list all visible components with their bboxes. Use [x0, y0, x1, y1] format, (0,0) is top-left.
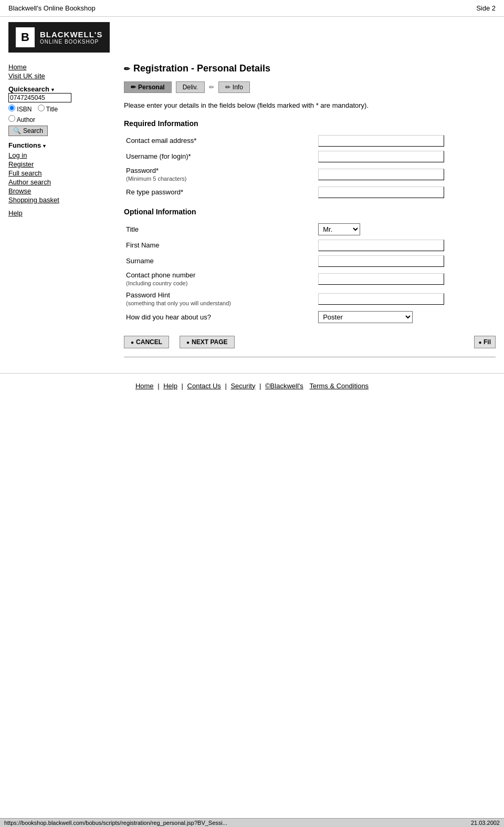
title-label: Title	[124, 221, 316, 237]
phone-field-cell	[316, 269, 496, 289]
optional-section-title: Optional Information	[124, 208, 496, 216]
sidebar-item-help[interactable]: Help	[8, 209, 113, 217]
password-input[interactable]	[318, 169, 444, 180]
surname-field-cell	[316, 253, 496, 269]
tab-personal-icon: ✏	[131, 84, 136, 91]
sidebar-item-browse[interactable]: Browse	[8, 187, 113, 195]
password-field-cell	[316, 164, 496, 184]
top-bar: Blackwell's Online Bookshop Side 2	[0, 0, 504, 17]
required-fields-table: Contact email address* Username (for log…	[124, 133, 496, 200]
search-button[interactable]: 🔍 Search	[8, 126, 48, 136]
functions-section: Functions Log in Register Full search Au…	[8, 141, 113, 204]
hint-label: Password Hint	[126, 291, 170, 299]
search-type-radios: ISBN Title	[8, 105, 113, 113]
functions-label: Functions	[8, 141, 113, 149]
tab-info[interactable]: ✏ Info	[218, 81, 250, 93]
quicksearch-arrow-icon[interactable]	[50, 85, 55, 93]
sidebar-item-authorsearch[interactable]: Author search	[8, 178, 113, 186]
footer-link-contact[interactable]: Contact Us	[187, 382, 221, 390]
email-input[interactable]	[318, 135, 444, 147]
title-select[interactable]: Mr. Mrs. Ms. Dr. Prof.	[318, 223, 360, 235]
footer-link-terms[interactable]: Terms & Conditions	[309, 382, 369, 390]
isbn-radio-label[interactable]: ISBN	[8, 106, 34, 113]
password-hint-input[interactable]	[318, 293, 444, 305]
logo-text: BLACKWELL'S ONLINE BOOKSHOP	[40, 30, 103, 45]
footer-link-security[interactable]: Security	[230, 382, 255, 390]
username-label: Username (for login)*	[124, 149, 316, 164]
surname-label: Surname	[124, 253, 316, 269]
status-date: 21.03.2002	[471, 820, 500, 826]
table-row: Contact email address*	[124, 133, 496, 149]
side-label: Side 2	[476, 4, 496, 12]
search-icon: 🔍	[13, 127, 21, 135]
phone-label: Contact phone number	[126, 271, 195, 279]
sidebar-item-visit[interactable]: Visit UK site	[8, 72, 113, 80]
logo-letter: B	[16, 27, 35, 47]
hint-label-cell: Password Hint (something that only you w…	[124, 289, 316, 309]
nav-section: Home Visit UK site	[8, 63, 113, 80]
tab-delivery[interactable]: Deliv.	[176, 81, 205, 93]
functions-arrow-icon[interactable]	[42, 141, 47, 149]
table-row: How did you hear about us? Poster Intern…	[124, 309, 496, 325]
status-bar: https://bookshop.blackwell.com/bobus/scr…	[0, 818, 504, 827]
tab-personal[interactable]: ✏ Personal	[124, 81, 172, 93]
quicksearch-input[interactable]	[8, 93, 71, 102]
phone-label-cell: Contact phone number (Including country …	[124, 269, 316, 289]
quicksearch-label: Quicksearch	[8, 85, 113, 93]
logo-line1: BLACKWELL'S	[40, 30, 103, 39]
firstname-label: First Name	[124, 237, 316, 253]
footer-link-blackwells[interactable]: ©Blackwell's	[265, 382, 303, 390]
sidebar-item-login[interactable]: Log in	[8, 151, 113, 159]
next-page-button[interactable]: NEXT PAGE	[180, 336, 235, 348]
footer-link-help[interactable]: Help	[163, 382, 177, 390]
site-title: Blackwell's Online Bookshop	[8, 4, 96, 12]
phone-input[interactable]	[318, 273, 444, 285]
retype-password-input[interactable]	[318, 187, 444, 198]
password-label: Password*	[126, 167, 159, 174]
password-sublabel: (Minimum 5 characters)	[126, 175, 187, 182]
wizard-tabs: ✏ Personal Deliv. ✏ ✏ Info	[124, 81, 496, 93]
sidebar-item-register[interactable]: Register	[8, 160, 113, 168]
fi-button[interactable]: Fil	[474, 336, 496, 348]
hear-select[interactable]: Poster Internet search Friend Magazine O…	[318, 311, 413, 323]
table-row: Title Mr. Mrs. Ms. Dr. Prof.	[124, 221, 496, 237]
isbn-radio[interactable]	[8, 105, 15, 111]
username-input[interactable]	[318, 151, 444, 162]
table-row: Username (for login)*	[124, 149, 496, 164]
main-layout: Home Visit UK site Quicksearch ISBN Titl…	[0, 58, 504, 363]
table-row: Password* (Minimum 5 characters)	[124, 164, 496, 184]
wizard-sep1: ✏	[209, 84, 214, 91]
author-radio-label[interactable]: Author	[8, 116, 35, 123]
sidebar-item-basket[interactable]: Shopping basket	[8, 196, 113, 204]
cancel-button[interactable]: CANCEL	[124, 336, 169, 348]
logo-line2: ONLINE BOOKSHOP	[40, 39, 103, 45]
fi-icon	[479, 338, 482, 346]
title-radio[interactable]	[38, 105, 45, 111]
table-row: Contact phone number (Including country …	[124, 269, 496, 289]
sidebar-item-fullsearch[interactable]: Full search	[8, 169, 113, 177]
required-section-title: Required Information	[124, 119, 496, 128]
sidebar-item-home[interactable]: Home	[8, 63, 113, 71]
author-radio-group: Author	[8, 115, 113, 123]
retype-label: Re type password*	[124, 184, 316, 200]
content: Registration - Personal Details ✏ Person…	[124, 63, 496, 357]
firstname-input[interactable]	[318, 240, 444, 251]
phone-sublabel: (Including country code)	[126, 280, 187, 286]
firstname-field-cell	[316, 237, 496, 253]
password-label-cell: Password* (Minimum 5 characters)	[124, 164, 316, 184]
optional-fields-table: Title Mr. Mrs. Ms. Dr. Prof. First Name	[124, 221, 496, 325]
status-url: https://bookshop.blackwell.com/bobus/scr…	[4, 820, 227, 826]
sidebar: Home Visit UK site Quicksearch ISBN Titl…	[8, 63, 113, 357]
username-field-cell	[316, 149, 496, 164]
buttons-row: CANCEL NEXT PAGE Fil	[124, 336, 496, 357]
hear-label: How did you hear about us?	[124, 309, 316, 325]
next-icon	[186, 338, 190, 346]
author-radio[interactable]	[8, 115, 15, 122]
footer-link-home[interactable]: Home	[135, 382, 154, 390]
cancel-icon	[131, 338, 134, 346]
title-radio-label[interactable]: Title	[38, 106, 58, 113]
footer-links: Home | Help | Contact Us | Security | ©B…	[0, 373, 504, 398]
surname-input[interactable]	[318, 255, 444, 267]
help-section: Help	[8, 209, 113, 217]
hint-field-cell	[316, 289, 496, 309]
